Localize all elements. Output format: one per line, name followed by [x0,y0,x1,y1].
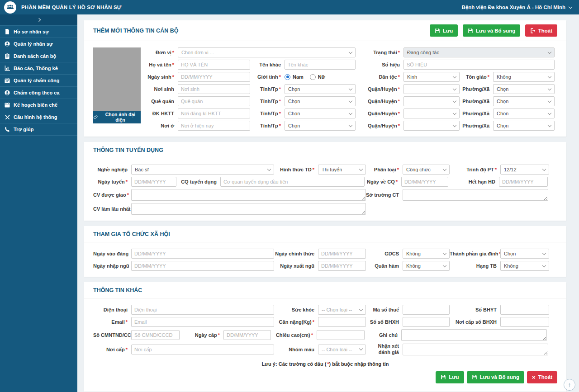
exit-button-bottom[interactable]: × Thoát [527,371,557,383]
phan-loai-select[interactable]: Công chức [403,165,450,175]
phan-loai-label: Phân loại* [366,167,403,172]
ngay-nhap-ngu-input[interactable] [131,261,274,271]
ngay-vao-dang-input[interactable] [131,249,274,259]
required-fields-note: Lưu ý: Các trường có dấu (*) bắt buộc nh… [93,361,557,367]
ngay-ve-cq-input[interactable] [401,177,448,187]
sidebar-item-tro-giup[interactable]: Trợ giúp [0,123,77,136]
ngay-chinh-thuc-input[interactable] [318,249,366,259]
chieu-cao-input[interactable] [317,330,365,340]
ton-giao-select[interactable]: Không [493,72,555,82]
gdcs-select[interactable]: Không [403,249,450,259]
don-vi-select[interactable]: Chọn đơn vị ... [178,47,356,57]
suc-khoe-select[interactable]: -- Chọn loại -- [318,305,366,315]
tinh-tp-select-3[interactable]: Chọn [285,109,356,118]
sidebar-collapse-button[interactable] [0,14,77,26]
can-nang-input[interactable] [318,317,366,327]
so-bhyt-input[interactable] [500,305,549,315]
sidebar: Hồ sơ nhân sự Quản lý nhân sự Danh sách … [0,14,77,392]
dan-toc-select[interactable]: Kinh [403,72,460,82]
noi-sinh-input[interactable] [178,84,250,94]
card-personal-info: THÊM MỚI THÔNG TIN CÁN BỘ Lưu Lưu và Bổ … [84,20,566,137]
sidebar-item-danh-sach-can-bo[interactable]: Danh sách cán bộ [0,50,77,62]
trinh-do-pt-select[interactable]: 12/12 [500,165,549,175]
dk-hktt-label: ĐK HKTT [147,111,178,116]
cv-duoc-giao-label: CV được giao* [93,192,131,198]
nghe-nghiep-select[interactable]: Bác sĩ [131,165,274,175]
gdcs-label: GDCS [366,251,403,256]
so-truong-ct-textarea[interactable] [403,189,548,201]
chevron-down-icon [548,111,551,114]
que-quan-input[interactable] [178,96,250,106]
sidebar-item-quan-ly-cham-cong[interactable]: Quản lý chấm công [0,75,77,87]
quan-huyen-select-3[interactable] [403,109,460,118]
ngay-tuyen-input[interactable] [131,177,176,187]
radio-nam[interactable] [285,74,290,80]
save-and-add-button-bottom[interactable]: Lưu và Bổ sung [467,371,525,383]
ngay-cap-input[interactable] [223,330,271,340]
ton-giao-label: Tôn giáo* [460,74,493,80]
thanh-phan-gia-dinh-select[interactable]: Chọn [500,249,549,259]
ten-khac-input[interactable] [285,60,356,70]
phuong-xa-select-4[interactable]: Chọn [493,121,555,131]
chevron-down-icon [548,74,551,78]
scroll-to-top-button[interactable]: ↑ [564,379,575,391]
radio-nu[interactable] [310,74,316,80]
so-hieu-input[interactable] [403,60,555,70]
dien-thoai-input[interactable] [131,305,274,315]
save-button[interactable]: Lưu [430,24,458,37]
hinh-thuc-td-select[interactable]: Thi tuyển [318,165,366,175]
quan-ham-select[interactable]: Không [403,261,450,271]
quan-huyen-select-1[interactable] [403,84,460,94]
nhan-xet-textarea[interactable] [403,344,548,355]
choose-avatar-button[interactable]: Chọn ảnh đại diện [93,111,141,123]
tinh-tp-select-4[interactable]: Chọn [285,121,356,131]
exit-button[interactable]: Thoát [525,24,557,37]
noi-cap-input[interactable] [131,345,274,354]
sidebar-item-ke-hoach-bien-che[interactable]: Kế hoạch biên chế [0,99,77,111]
nhom-mau-select[interactable]: -- Chọn loại -- [318,345,366,354]
noi-o-input[interactable] [178,121,250,131]
chieu-cao-label: Chiều cao(cm)* [271,332,317,338]
sidebar-item-label: Hồ sơ nhân sự [14,29,49,34]
que-quan-label: Quê quán [147,99,178,104]
save-and-add-button[interactable]: Lưu và Bổ sung [463,24,521,37]
cv-duoc-giao-textarea[interactable] [131,189,366,201]
org-selector[interactable]: Bệnh viện Đa khoa Xuyên Á - Hồ Chí Minh [462,5,572,10]
noi-cap-so-bhxh-label: Nơi cấp số BHXH [450,319,500,325]
so-so-bhxh-input[interactable] [403,317,450,327]
avatar-column: Chọn ảnh đại diện [93,47,141,133]
save-button-bottom[interactable]: Lưu [436,371,464,383]
sidebar-item-quan-ly-nhan-su[interactable]: Quản lý nhân sự [0,38,77,50]
suc-khoe-label: Sức khỏe [274,307,318,312]
ngay-sinh-input[interactable] [178,72,250,82]
ngay-xuat-ngu-input[interactable] [318,261,366,271]
quan-ham-label: Quân hàm [366,263,403,269]
tinh-tp-select-1[interactable]: Chọn [285,84,356,94]
hang-tb-select[interactable]: Không [500,261,549,271]
noi-cap-so-bhxh-input[interactable] [500,317,549,327]
ho-ten-input[interactable] [178,60,250,70]
het-han-hd-input[interactable] [499,177,548,187]
ma-so-thue-input[interactable] [403,305,450,315]
email-input[interactable] [131,317,274,327]
cq-tuyen-dung-input[interactable] [220,177,365,187]
sidebar-item-cham-cong-theo-ca[interactable]: Chấm công theo ca [0,87,77,99]
sidebar-item-cau-hinh-he-thong[interactable]: Cấu hình hệ thống [0,111,77,123]
chevron-down-icon [569,5,572,8]
sidebar-item-bao-cao-thong-ke[interactable]: Báo cáo, Thống kê [0,62,77,75]
ghi-chu-textarea[interactable] [401,329,547,341]
sidebar-item-ho-so-nhan-su[interactable]: Hồ sơ nhân sự [0,26,77,38]
quan-huyen-select-2[interactable] [403,96,460,106]
phuong-xa-select-2[interactable]: Chọn [493,96,555,106]
user-icon [4,90,10,95]
cv-lam-lau-nhat-textarea[interactable] [131,203,366,215]
quan-huyen-select-4[interactable] [403,121,460,131]
trang-thai-select[interactable]: Đang công tác [403,47,555,57]
phuong-xa-select-3[interactable]: Chọn [493,109,555,118]
cv-lam-lau-nhat-label: CV làm lâu nhất [93,206,131,212]
hang-tb-label: Hạng TB [450,263,500,269]
phuong-xa-select-1[interactable]: Chọn [493,84,555,94]
tinh-tp-select-2[interactable]: Chọn [285,96,356,106]
so-cmnd-input[interactable] [131,330,180,340]
dk-hktt-input[interactable] [178,109,250,118]
